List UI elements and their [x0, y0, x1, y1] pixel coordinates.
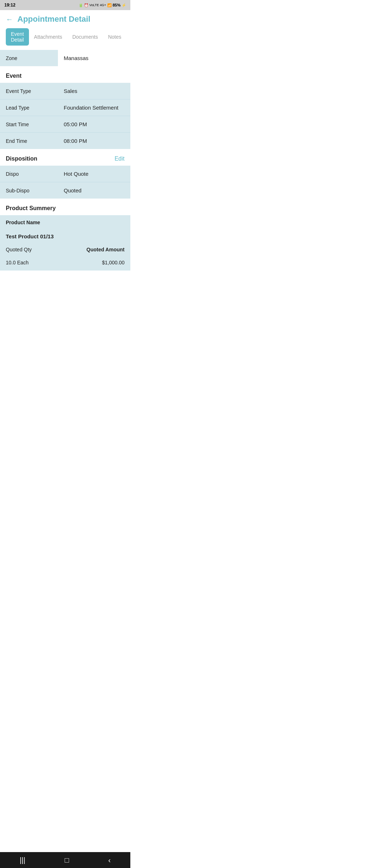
disposition-heading: Disposition: [6, 156, 37, 162]
dispo-label: Dispo: [6, 171, 64, 177]
product-qty-header-row: Quoted Qty Quoted Amount: [0, 243, 130, 256]
zone-row: Zone Manassas: [0, 50, 130, 66]
event-section-header: Event: [0, 66, 130, 83]
event-type-value: Sales: [64, 88, 125, 94]
edit-button[interactable]: Edit: [114, 156, 125, 162]
dispo-value: Hot Quote: [64, 171, 125, 177]
lead-type-value: Foundation Settlement: [64, 105, 125, 111]
zone-value: Manassas: [58, 50, 130, 66]
lead-type-row: Lead Type Foundation Settlement: [0, 99, 130, 116]
sub-dispo-row: Sub-Dispo Quoted: [0, 182, 130, 199]
content-area: Zone Manassas Event Event Type Sales Lea…: [0, 50, 130, 271]
quoted-qty-label: Quoted Qty: [6, 247, 32, 252]
product-name-value: Test Product 01/13: [6, 233, 54, 239]
signal-icon: 📶: [107, 3, 112, 7]
product-block: Product Name Test Product 01/13 Quoted Q…: [0, 215, 130, 271]
status-icons: 🔋 ⏰ VoLTE 4G+ 📶 85% ⚡: [79, 3, 126, 7]
zone-label: Zone: [0, 50, 58, 66]
network-icon: VoLTE 4G+: [89, 3, 106, 7]
start-time-value: 05:00 PM: [64, 121, 125, 127]
status-time: 19:12: [4, 3, 16, 8]
end-time-value: 08:00 PM: [64, 138, 125, 144]
page-title: Appointment Detail: [17, 14, 91, 24]
start-time-row: Start Time 05:00 PM: [0, 116, 130, 133]
lead-type-label: Lead Type: [6, 105, 64, 111]
start-time-label: Start Time: [6, 122, 64, 127]
tab-event-detail[interactable]: Event Detail: [6, 28, 29, 46]
event-type-label: Event Type: [6, 88, 64, 94]
charging-icon: ⚡: [122, 3, 126, 7]
end-time-row: End Time 08:00 PM: [0, 133, 130, 149]
disposition-block: Dispo Hot Quote Sub-Dispo Quoted: [0, 166, 130, 199]
product-name-label: Product Name: [6, 220, 40, 225]
qty-value: 10.0 Each: [6, 260, 29, 265]
sub-dispo-label: Sub-Dispo: [6, 188, 64, 193]
tab-notes[interactable]: Notes: [103, 31, 126, 43]
status-bar: 19:12 🔋 ⏰ VoLTE 4G+ 📶 85% ⚡: [0, 0, 130, 10]
product-name-row: Test Product 01/13: [0, 230, 130, 243]
dispo-row: Dispo Hot Quote: [0, 166, 130, 182]
event-type-row: Event Type Sales: [0, 83, 130, 99]
disposition-section-header: Disposition Edit: [0, 149, 130, 166]
tab-attachments[interactable]: Attachments: [29, 31, 67, 43]
product-value-row: 10.0 Each $1,000.00: [0, 256, 130, 271]
product-name-header: Product Name: [0, 215, 130, 230]
tabs-bar: Event Detail Attachments Documents Notes: [0, 28, 130, 50]
alarm-icon: ⏰: [84, 3, 88, 7]
back-button[interactable]: ←: [6, 15, 13, 24]
battery-percent: 85%: [113, 3, 121, 7]
event-heading: Event: [6, 73, 22, 79]
battery-icon: 🔋: [79, 3, 83, 7]
tab-documents[interactable]: Documents: [67, 31, 103, 43]
product-heading: Product Summery: [6, 205, 56, 212]
end-time-label: End Time: [6, 138, 64, 144]
app-header: ← Appointment Detail: [0, 10, 130, 28]
quoted-amount-label: Quoted Amount: [87, 247, 125, 252]
event-block: Event Type Sales Lead Type Foundation Se…: [0, 83, 130, 149]
product-section-header: Product Summery: [0, 199, 130, 215]
sub-dispo-value: Quoted: [64, 187, 125, 193]
amount-value: $1,000.00: [102, 260, 125, 265]
